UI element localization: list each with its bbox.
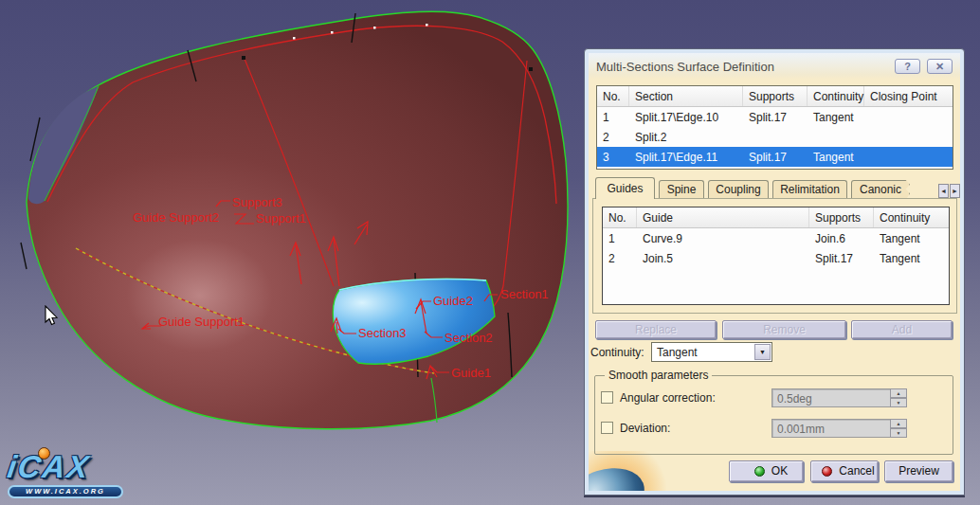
table-row[interactable]: 2 Join.5 Split.17 Tangent	[603, 248, 949, 268]
tab-scroll-left-icon[interactable]: ◄	[938, 184, 949, 198]
col-section: Section	[629, 86, 743, 106]
deviation-checkbox[interactable]	[601, 422, 613, 434]
angular-correction-checkbox[interactable]	[601, 391, 613, 404]
mouse-cursor	[45, 305, 60, 328]
col-guide: Guide	[637, 207, 809, 227]
icax-logo-text: iCAX	[5, 449, 129, 485]
chevron-down-icon[interactable]: ▼	[754, 344, 771, 360]
deviation-label: Deviation:	[620, 422, 670, 435]
col-supports: Supports	[809, 207, 874, 227]
dialog-body: Multi-Sections Surface Definition ? ✕ No…	[589, 53, 960, 491]
preview-button[interactable]: Preview	[884, 460, 953, 482]
angular-correction-label: Angular correction:	[620, 391, 716, 405]
spinner-down-icon[interactable]: ▼	[890, 398, 907, 407]
close-button[interactable]: ✕	[927, 59, 953, 74]
smooth-parameters-group: Smooth parameters Angular correction: 0.…	[594, 375, 953, 455]
deviation-stepper[interactable]: ▲ ▼	[890, 419, 907, 438]
surface-shape[interactable]	[27, 11, 568, 429]
tab-relimitation[interactable]: Relimitation	[772, 180, 847, 198]
remove-button[interactable]: Remove	[722, 320, 846, 339]
tab-spine[interactable]: Spine	[659, 180, 704, 198]
ok-sphere-icon	[754, 466, 765, 477]
guides-tab-panel: No. Guide Supports Continuity 1 Curve.9 …	[592, 198, 957, 314]
angular-correction-input[interactable]: 0.5deg	[771, 388, 891, 407]
col-continuity: Continuity	[808, 86, 864, 106]
angular-correction-stepper[interactable]: ▲ ▼	[890, 388, 907, 407]
tab-scroll-right-icon[interactable]: ►	[950, 184, 960, 198]
dialog-titlebar[interactable]: Multi-Sections Surface Definition ? ✕	[589, 53, 960, 80]
continuity-value: Tangent	[657, 346, 698, 359]
help-button[interactable]: ?	[895, 59, 920, 74]
col-closing-point: Closing Point	[864, 86, 953, 106]
table-row[interactable]: 2 Split.2	[597, 127, 953, 147]
replace-button[interactable]: Replace	[595, 320, 717, 339]
sections-table[interactable]: No. Section Supports Continuity Closing …	[596, 85, 953, 170]
deviation-input[interactable]: 0.001mm	[771, 419, 891, 438]
continuity-label: Continuity:	[590, 346, 644, 359]
table-row-selected[interactable]: 3 Split.17\Edge.11 Split.17 Tangent	[597, 147, 953, 167]
tab-canonic[interactable]: Canonic	[851, 180, 910, 198]
multi-sections-surface-dialog: Multi-Sections Surface Definition ? ✕ No…	[584, 48, 965, 496]
tab-guides[interactable]: Guides	[595, 177, 655, 199]
icax-logo-url: WWW.ICAX.ORG	[8, 485, 123, 498]
cancel-sphere-icon	[822, 466, 832, 477]
add-button[interactable]: Add	[851, 320, 953, 339]
smooth-parameters-legend: Smooth parameters	[605, 369, 712, 382]
col-continuity: Continuity	[874, 207, 949, 227]
spinner-up-icon[interactable]: ▲	[890, 419, 907, 428]
icax-logo: iCAX WWW.ICAX.ORG	[8, 449, 127, 502]
icax-logo-ball-icon	[38, 447, 50, 460]
ok-button[interactable]: OK	[729, 460, 804, 482]
col-no: No.	[603, 207, 637, 227]
application-background: Support3 Guide Support2 Support1 Guide S…	[0, 0, 980, 505]
continuity-dropdown[interactable]: Tangent ▼	[651, 342, 772, 362]
table-row[interactable]: 1 Curve.9 Join.6 Tangent	[603, 228, 949, 248]
tab-coupling[interactable]: Coupling	[708, 180, 769, 198]
guides-table-header: No. Guide Supports Continuity	[603, 207, 949, 228]
guides-table[interactable]: No. Guide Supports Continuity 1 Curve.9 …	[602, 207, 950, 305]
table-row[interactable]: 1 Split.17\Edge.10 Split.17 Tangent	[597, 107, 953, 127]
dialog-title: Multi-Sections Surface Definition	[596, 60, 774, 74]
col-no: No.	[597, 86, 629, 106]
spinner-up-icon[interactable]: ▲	[890, 388, 907, 398]
sections-table-header: No. Section Supports Continuity Closing …	[597, 86, 953, 107]
spinner-down-icon[interactable]: ▼	[890, 428, 907, 438]
cancel-button[interactable]: Cancel	[810, 460, 879, 482]
col-supports: Supports	[743, 86, 808, 106]
